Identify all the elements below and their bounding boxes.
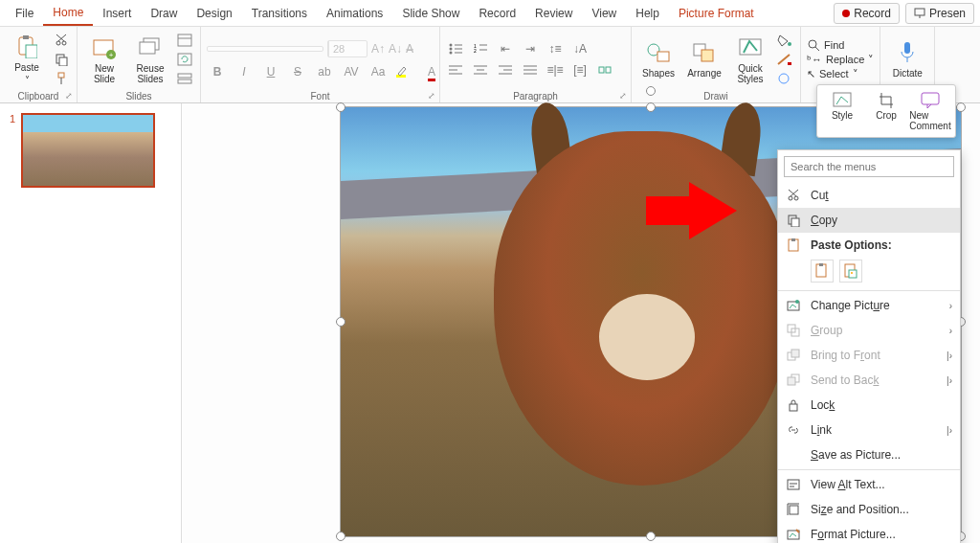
indent-less-button[interactable]: ⇤	[496, 40, 515, 57]
crop-button[interactable]: Crop	[865, 89, 907, 133]
clipboard-launcher[interactable]: ⤢	[65, 91, 73, 101]
menu-change-picture[interactable]: Change Picture ›	[778, 293, 960, 318]
strike-button[interactable]: S	[287, 65, 308, 79]
size-position-label: Size and Position...	[811, 503, 952, 516]
resize-handle[interactable]	[336, 532, 345, 541]
align-right-button[interactable]	[496, 61, 515, 79]
record-button[interactable]: Record	[834, 3, 900, 24]
font-color-button[interactable]: A	[421, 65, 442, 79]
tab-draw[interactable]: Draw	[141, 2, 187, 25]
tab-design[interactable]: Design	[187, 2, 241, 25]
shrink-font-button[interactable]: A↓	[389, 42, 402, 56]
columns-button[interactable]: ≡|≡	[546, 61, 565, 79]
shape-fill-button[interactable]	[775, 32, 794, 49]
format-painter-button[interactable]	[52, 70, 71, 87]
shape-effects-button[interactable]	[775, 70, 794, 87]
tab-transitions[interactable]: Transitions	[242, 2, 317, 25]
reuse-slides-label: Reuse Slides	[129, 63, 171, 84]
style-button[interactable]: Style	[821, 89, 863, 133]
resize-handle[interactable]	[336, 317, 345, 327]
paste-button[interactable]: Paste ˅	[6, 31, 48, 88]
menu-cut[interactable]: Cut	[778, 183, 960, 208]
highlight-button[interactable]	[394, 65, 415, 79]
paragraph-launcher[interactable]: ⤢	[619, 91, 627, 101]
layout-button[interactable]	[175, 32, 194, 49]
indent-more-button[interactable]: ⇥	[521, 40, 540, 57]
font-launcher[interactable]: ⤢	[428, 91, 435, 101]
align-left-button[interactable]	[446, 61, 465, 79]
shape-outline-button[interactable]	[775, 51, 794, 68]
resize-handle[interactable]	[336, 102, 345, 112]
arrange-button[interactable]: Arrange	[683, 31, 725, 88]
menu-lock[interactable]: Lock	[778, 393, 960, 418]
new-comment-button[interactable]: New Comment	[909, 89, 951, 133]
line-spacing-button[interactable]: ↕≡	[546, 40, 565, 57]
case-button[interactable]: Aa	[368, 65, 389, 79]
tab-animations[interactable]: Animations	[317, 2, 392, 25]
bullets-button[interactable]	[446, 40, 465, 57]
italic-button[interactable]: I	[234, 65, 255, 79]
align-center-button[interactable]	[471, 61, 490, 79]
dictate-button[interactable]: Dictate	[886, 31, 928, 88]
quick-styles-button[interactable]: Quick Styles	[729, 31, 771, 88]
tab-help[interactable]: Help	[626, 2, 669, 25]
resize-handle[interactable]	[646, 102, 656, 112]
annotation-arrow	[646, 196, 694, 225]
menu-alt-text[interactable]: View Alt Text...	[778, 472, 960, 497]
spacing-button[interactable]: AV	[341, 65, 362, 79]
cut-button[interactable]	[52, 32, 71, 49]
tab-review[interactable]: Review	[525, 2, 582, 25]
tab-slideshow[interactable]: Slide Show	[392, 2, 469, 25]
resize-handle[interactable]	[646, 532, 656, 541]
select-button[interactable]: ↖Select˅	[807, 68, 874, 80]
shadow-button[interactable]: ab	[314, 65, 335, 79]
paragraph-group-label: Paragraph	[440, 91, 631, 102]
slide-canvas[interactable]: Style Crop New Comment	[182, 103, 980, 543]
justify-button[interactable]	[521, 61, 540, 79]
underline-button[interactable]: U	[260, 65, 281, 79]
link-label: Link	[811, 423, 937, 437]
menu-save-as-picture[interactable]: Save as Picture...	[778, 442, 960, 467]
font-size-select[interactable]: 28	[327, 40, 368, 57]
paste-option-picture[interactable]	[839, 260, 862, 283]
reset-button[interactable]	[175, 51, 194, 68]
clear-format-button[interactable]: A̶	[406, 42, 413, 56]
rotation-handle[interactable]	[646, 86, 656, 96]
grow-font-button[interactable]: A↑	[371, 42, 385, 56]
font-group-label: Font	[201, 91, 439, 102]
tab-view[interactable]: View	[582, 2, 626, 25]
chevron-right-icon: ›	[949, 326, 952, 336]
menu-copy[interactable]: Copy	[778, 208, 960, 233]
bold-button[interactable]: B	[207, 65, 228, 79]
tab-picture-format[interactable]: Picture Format	[669, 2, 764, 25]
text-direction-button[interactable]: ↓A	[570, 40, 590, 57]
tab-home[interactable]: Home	[43, 1, 93, 26]
smartart-button[interactable]	[595, 61, 614, 79]
new-slide-button[interactable]: + New Slide	[83, 31, 125, 88]
reuse-slides-button[interactable]: Reuse Slides	[129, 31, 171, 88]
copy-button[interactable]	[52, 51, 71, 68]
align-text-button[interactable]: [≡]	[570, 61, 590, 79]
replace-button[interactable]: ᵇ↔Replace˅	[807, 54, 874, 66]
menu-size-position[interactable]: Size and Position...	[778, 497, 960, 522]
paste-option-default[interactable]	[811, 260, 834, 283]
reset-icon	[177, 53, 192, 66]
menu-link[interactable]: Link |›	[778, 418, 960, 442]
shapes-button[interactable]: Shapes	[637, 31, 679, 88]
find-button[interactable]: Find	[807, 38, 874, 52]
menu-format-picture[interactable]: Format Picture...	[778, 522, 960, 543]
font-family-select[interactable]	[207, 46, 323, 52]
resize-handle[interactable]	[956, 102, 966, 112]
menu-search-input[interactable]	[784, 156, 954, 177]
svg-point-24	[450, 43, 453, 46]
tab-record[interactable]: Record	[469, 2, 525, 25]
numbering-button[interactable]: 12	[471, 40, 490, 57]
tab-insert[interactable]: Insert	[93, 2, 141, 25]
section-button[interactable]	[175, 70, 194, 87]
svg-text:2: 2	[474, 48, 477, 54]
slide-thumbnail[interactable]: 1	[10, 113, 171, 188]
present-icon	[914, 8, 925, 19]
present-button[interactable]: Presen	[905, 3, 974, 24]
chevron-down-icon: ˅	[853, 68, 858, 80]
tab-file[interactable]: File	[6, 2, 43, 25]
